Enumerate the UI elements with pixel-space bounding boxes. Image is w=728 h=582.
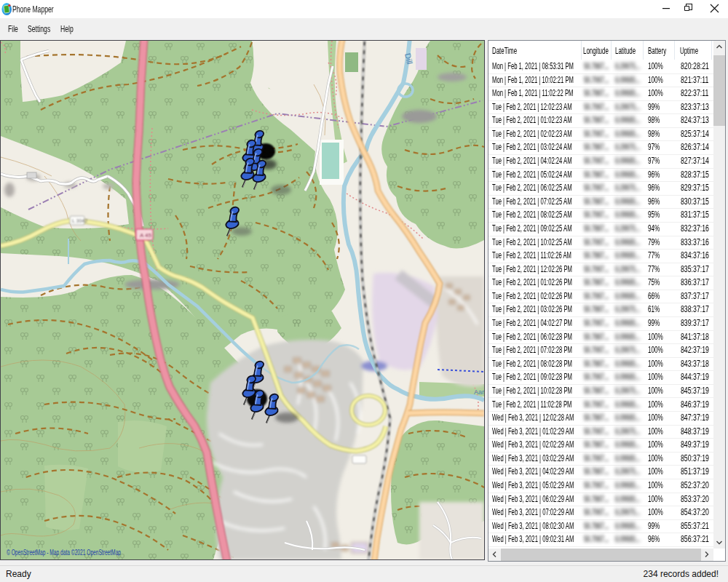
svg-text:L 3042: L 3042 [72,218,87,223]
svg-text:A 45: A 45 [140,232,152,239]
svg-text:© OpenStreetMap - Map data ©20: © OpenStreetMap - Map data ©2021 OpenStr… [7,548,121,557]
svg-text:Aar: Aar [474,388,484,396]
